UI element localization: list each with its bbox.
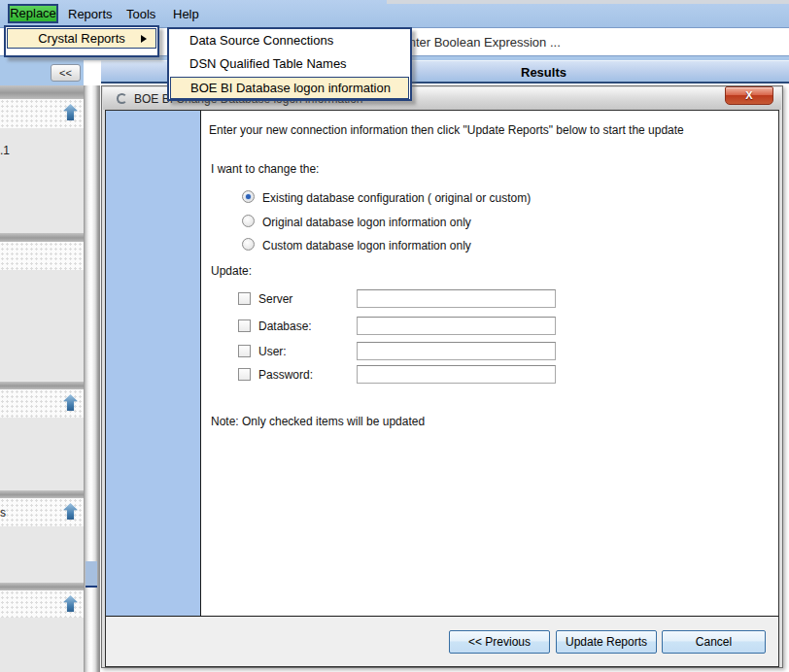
clipped-label: s: [0, 506, 6, 520]
dialog-intro-text: Enter your new connection information th…: [209, 123, 684, 137]
dialog-side-panel: [106, 111, 201, 616]
user-input[interactable]: [357, 342, 556, 360]
dialog-body: Enter your new connection information th…: [105, 110, 779, 667]
sidebar-panel: [0, 270, 84, 382]
close-icon: X: [745, 89, 752, 101]
sidebar-panel-header: [0, 242, 84, 270]
server-input[interactable]: [357, 289, 556, 308]
scrollbar-thumb[interactable]: [86, 561, 97, 588]
replace-menu-panel: Crystal Reports: [4, 25, 159, 57]
checkbox-user[interactable]: [238, 345, 251, 357]
close-button[interactable]: X: [725, 86, 773, 105]
checkbox-database[interactable]: [238, 319, 251, 332]
clipped-label: .1: [0, 144, 10, 157]
up-arrow-icon[interactable]: [63, 503, 78, 520]
dialog-icon: [117, 93, 127, 104]
sidebar-panel: [0, 526, 84, 583]
radio-existing-config-label: Existing database configuration ( origin…: [262, 191, 531, 205]
radio-original-logon[interactable]: [242, 215, 255, 227]
menu-reports[interactable]: Reports: [68, 7, 113, 21]
previous-button[interactable]: << Previous: [449, 630, 550, 654]
menu-item-crystal-reports[interactable]: Crystal Reports: [7, 28, 156, 49]
menu-item-dsn-qualified-table-names[interactable]: DSN Qualified Table Names: [170, 52, 409, 76]
up-arrow-icon[interactable]: [63, 104, 78, 120]
radio-original-logon-label: Original database logon information only: [262, 216, 471, 229]
sidebar-panel-header: [0, 590, 84, 618]
sidebar-panel: .1: [0, 128, 84, 233]
radio-existing-config[interactable]: [242, 190, 255, 203]
dialog-footer: << Previous Update Reports Cancel: [106, 617, 778, 666]
panel-separator: [0, 490, 84, 498]
checkbox-user-label: User:: [258, 345, 287, 358]
panel-separator: [0, 233, 84, 242]
window-edge-strip: [387, 0, 789, 4]
checkbox-server-label: Server: [258, 292, 292, 306]
change-logon-dialog: BOE BI Change Database logon information…: [101, 85, 783, 668]
results-title: Results: [521, 65, 566, 80]
panel-separator: [0, 583, 84, 590]
checkbox-database-label: Database:: [258, 319, 312, 333]
sidebar-panel-header: [0, 389, 84, 418]
update-label: Update:: [211, 264, 252, 278]
change-prompt-label: I want to change the:: [211, 162, 319, 176]
panel-separator: [0, 85, 84, 99]
up-arrow-icon[interactable]: [63, 595, 78, 612]
menu-item-boe-bi-database-logon[interactable]: BOE BI Database logon information: [170, 77, 409, 99]
cancel-button[interactable]: Cancel: [662, 630, 766, 654]
radio-custom-logon[interactable]: [242, 238, 255, 251]
checkbox-password[interactable]: [238, 368, 251, 381]
sidebar-collapse-button[interactable]: <<: [51, 64, 81, 82]
crystal-reports-submenu-panel: Data Source Connections DSN Qualified Ta…: [167, 27, 412, 101]
sidebar-panel-header: [0, 99, 84, 128]
database-input[interactable]: [357, 317, 556, 335]
checkbox-password-label: Password:: [258, 368, 313, 382]
sidebar-header: <<: [0, 60, 84, 85]
panel-separator: [0, 382, 84, 389]
menu-item-label: Crystal Reports: [38, 31, 125, 46]
radio-custom-logon-label: Custom database logon information only: [262, 239, 471, 252]
application-window: Replace Reports Tools Help Enter Boolean…: [0, 0, 789, 672]
dialog-note: Note: Only checked items will be updated: [211, 415, 425, 428]
sidebar-panel-header: s: [0, 498, 84, 526]
menu-help[interactable]: Help: [173, 7, 199, 21]
menu-tools[interactable]: Tools: [126, 7, 155, 21]
password-input[interactable]: [357, 365, 556, 384]
sidebar-panel: [0, 618, 84, 672]
menu-replace[interactable]: Replace: [8, 4, 58, 23]
sidebar-panel: [0, 418, 84, 490]
checkbox-server[interactable]: [238, 292, 251, 305]
boolean-expression-placeholder: Enter Boolean Expression ...: [400, 35, 561, 50]
up-arrow-icon[interactable]: [63, 394, 78, 411]
submenu-arrow-icon: [141, 35, 147, 43]
menu-item-data-source-connections[interactable]: Data Source Connections: [170, 29, 409, 52]
update-reports-button[interactable]: Update Reports: [556, 630, 657, 654]
menu-bar: Replace Reports Tools Help: [0, 0, 789, 27]
